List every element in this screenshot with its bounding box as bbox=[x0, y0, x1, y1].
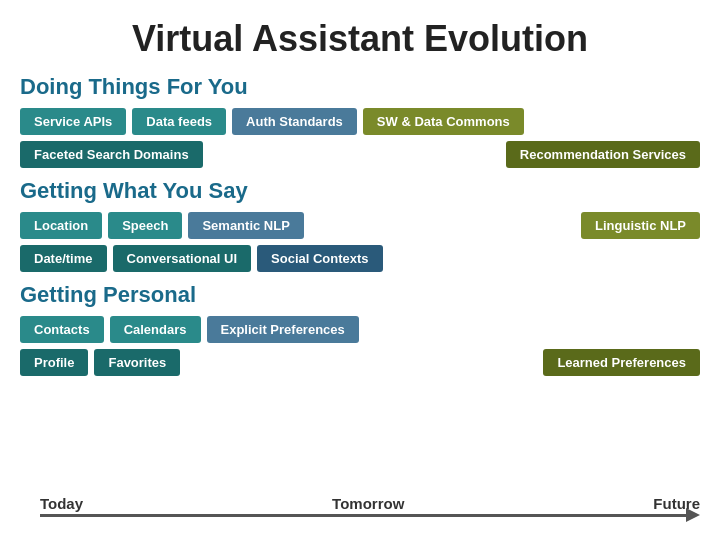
section-getting-what: Getting What You Say Location Speech Sem… bbox=[20, 178, 700, 272]
badge-profile: Profile bbox=[20, 349, 88, 376]
section-title-doing-things: Doing Things For You bbox=[20, 74, 700, 100]
badge-conversational-ui: Conversational UI bbox=[113, 245, 252, 272]
timeline bbox=[40, 508, 700, 522]
badge-faceted-search: Faceted Search Domains bbox=[20, 141, 203, 168]
section-title-getting-personal: Getting Personal bbox=[20, 282, 700, 308]
badge-service-apis: Service APIs bbox=[20, 108, 126, 135]
badge-datetime: Date/time bbox=[20, 245, 107, 272]
row-personal-1: Contacts Calendars Explicit Preferences bbox=[20, 316, 700, 343]
section-doing-things: Doing Things For You Service APIs Data f… bbox=[20, 74, 700, 168]
badge-learned-preferences: Learned Preferences bbox=[543, 349, 700, 376]
timeline-arrow bbox=[686, 508, 700, 522]
page-title: Virtual Assistant Evolution bbox=[20, 10, 700, 60]
badge-explicit-preferences: Explicit Preferences bbox=[207, 316, 359, 343]
badge-recommendation-services: Recommendation Services bbox=[506, 141, 700, 168]
badge-contacts: Contacts bbox=[20, 316, 104, 343]
badge-favorites: Favorites bbox=[94, 349, 180, 376]
badge-linguistic-nlp: Linguistic NLP bbox=[581, 212, 700, 239]
badge-speech: Speech bbox=[108, 212, 182, 239]
badge-calendars: Calendars bbox=[110, 316, 201, 343]
badge-location: Location bbox=[20, 212, 102, 239]
badge-semantic-nlp: Semantic NLP bbox=[188, 212, 303, 239]
row-getting-1: Location Speech Semantic NLP Linguistic … bbox=[20, 212, 700, 239]
badge-auth-standards: Auth Standards bbox=[232, 108, 357, 135]
badge-sw-data-commons: SW & Data Commons bbox=[363, 108, 524, 135]
badge-social-contexts: Social Contexts bbox=[257, 245, 383, 272]
section-getting-personal: Getting Personal Contacts Calendars Expl… bbox=[20, 282, 700, 376]
row-doing-1: Service APIs Data feeds Auth Standards S… bbox=[20, 108, 700, 135]
timeline-line bbox=[40, 514, 686, 517]
row-doing-2: Faceted Search Domains Recommendation Se… bbox=[20, 141, 700, 168]
badge-data-feeds: Data feeds bbox=[132, 108, 226, 135]
section-title-getting-what: Getting What You Say bbox=[20, 178, 700, 204]
row-getting-2: Date/time Conversational UI Social Conte… bbox=[20, 245, 700, 272]
page-container: Virtual Assistant Evolution Doing Things… bbox=[0, 0, 720, 540]
row-personal-2: Profile Favorites Learned Preferences bbox=[20, 349, 700, 376]
